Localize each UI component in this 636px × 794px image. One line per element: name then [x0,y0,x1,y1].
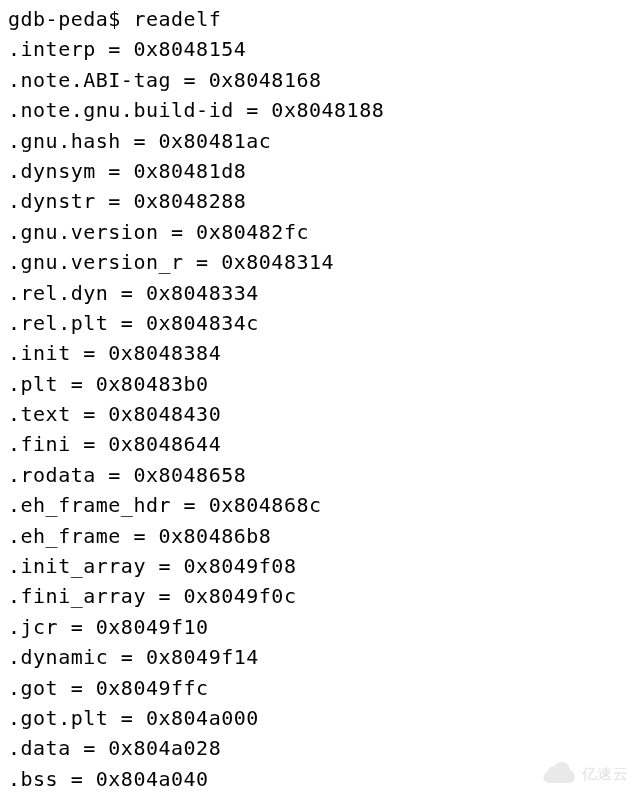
prompt-line: gdb-peda$ readelf [8,4,628,34]
command: readelf [133,7,221,31]
watermark: 亿速云 [541,761,629,788]
section-line: .interp = 0x8048154 [8,34,628,64]
section-line: .gnu.version_r = 0x8048314 [8,247,628,277]
section-line: .fini_array = 0x8049f0c [8,581,628,611]
section-line: .note.gnu.build-id = 0x8048188 [8,95,628,125]
section-line: .rel.plt = 0x804834c [8,308,628,338]
cloud-icon [541,761,579,788]
terminal-output[interactable]: gdb-peda$ readelf .interp = 0x8048154.no… [0,0,636,794]
section-line: .dynamic = 0x8049f14 [8,642,628,672]
section-line: .dynsym = 0x80481d8 [8,156,628,186]
watermark-text: 亿速云 [582,765,629,784]
section-line: .bss = 0x804a040 [8,764,628,794]
section-line: .plt = 0x80483b0 [8,369,628,399]
section-line: .init = 0x8048384 [8,338,628,368]
section-line: .eh_frame = 0x80486b8 [8,521,628,551]
section-line: .init_array = 0x8049f08 [8,551,628,581]
section-line: .jcr = 0x8049f10 [8,612,628,642]
prompt: gdb-peda$ [8,7,133,31]
section-line: .text = 0x8048430 [8,399,628,429]
section-line: .gnu.hash = 0x80481ac [8,126,628,156]
section-line: .got = 0x8049ffc [8,673,628,703]
section-line: .got.plt = 0x804a000 [8,703,628,733]
section-line: .gnu.version = 0x80482fc [8,217,628,247]
section-line: .rodata = 0x8048658 [8,460,628,490]
section-line: .data = 0x804a028 [8,733,628,763]
section-line: .note.ABI-tag = 0x8048168 [8,65,628,95]
section-line: .rel.dyn = 0x8048334 [8,278,628,308]
section-line: .eh_frame_hdr = 0x804868c [8,490,628,520]
section-line: .fini = 0x8048644 [8,429,628,459]
section-line: .dynstr = 0x8048288 [8,186,628,216]
